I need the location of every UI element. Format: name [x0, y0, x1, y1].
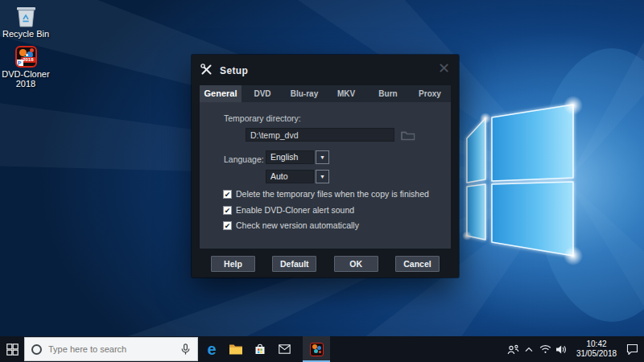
checkbox-delete-temp-files[interactable]: ✔ Delete the temporary files when the co… [223, 189, 429, 199]
people-icon[interactable] [505, 336, 521, 362]
checkbox-check-new-version[interactable]: ✔ Check new version automatically [223, 220, 359, 230]
tab-dvd[interactable]: DVD [242, 85, 283, 102]
microphone-icon[interactable] [181, 343, 190, 356]
chevron-down-icon[interactable]: ▼ [316, 170, 329, 183]
default-button[interactable]: Default [272, 256, 316, 272]
cortana-icon[interactable] [31, 344, 42, 355]
dvd-cloner-desktop-icon[interactable]: 2018 P DVD-Cloner 2018 [1, 46, 51, 88]
checkbox-alert-sound[interactable]: ✔ Enable DVD-Cloner alert sound [223, 205, 354, 215]
checkbox-label: Check new version automatically [236, 220, 359, 230]
language-label: Language: [224, 154, 264, 164]
language-selected-value[interactable]: English [266, 150, 314, 164]
volume-icon[interactable] [553, 336, 569, 362]
setup-tools-icon [200, 64, 213, 79]
browse-folder-icon[interactable] [400, 129, 416, 144]
edge-icon[interactable]: e [200, 336, 224, 362]
checkbox-checked-icon[interactable]: ✔ [223, 221, 232, 230]
start-button[interactable] [0, 336, 24, 362]
tab-burn[interactable]: Burn [367, 85, 409, 102]
shortcut-overlay-icon: P [16, 60, 23, 67]
settings-tab-bar: General DVD Blu-ray MKV Burn Proxy [200, 85, 451, 102]
chevron-down-icon[interactable]: ▼ [316, 150, 329, 164]
recycle-bin-glyph [1, 3, 51, 27]
secondary-language-dropdown[interactable]: Auto ▼ [266, 170, 329, 183]
dialog-title: Setup [220, 65, 248, 76]
checkbox-checked-icon[interactable]: ✔ [223, 206, 232, 215]
checkbox-label: Delete the temporary files when the copy… [236, 189, 429, 199]
wifi-icon[interactable] [537, 336, 553, 362]
secondary-language-selected-value[interactable]: Auto [266, 170, 314, 183]
tab-blu-ray[interactable]: Blu-ray [283, 85, 325, 102]
taskbar-search-box[interactable] [24, 337, 198, 361]
taskbar-pinned-apps: e [200, 336, 330, 362]
dialog-footer: Help Default OK Cancel [200, 256, 451, 272]
general-settings-panel: Temporary directory: Language: English ▼… [200, 102, 451, 249]
microsoft-store-icon[interactable] [248, 336, 272, 362]
taskbar-clock[interactable]: 10:42 31/05/2018 [573, 339, 620, 359]
temporary-directory-input[interactable] [246, 128, 394, 142]
dvd-cloner-label: DVD-Cloner 2018 [1, 69, 51, 88]
recycle-bin-icon[interactable]: Recycle Bin [1, 3, 51, 39]
dvd-cloner-taskbar-icon[interactable] [303, 336, 330, 362]
ok-button[interactable]: OK [334, 256, 378, 272]
help-button[interactable]: Help [211, 256, 255, 272]
temporary-directory-label: Temporary directory: [224, 113, 301, 123]
taskbar: e [0, 336, 644, 362]
setup-dialog: Setup ✕ General DVD Blu-ray MKV Burn Pro… [192, 55, 459, 278]
tab-proxy[interactable]: Proxy [409, 85, 451, 102]
search-input[interactable] [48, 344, 181, 354]
clock-date: 31/05/2018 [573, 349, 620, 359]
tab-mkv[interactable]: MKV [325, 85, 367, 102]
clock-time: 10:42 [573, 339, 620, 349]
checkbox-checked-icon[interactable]: ✔ [223, 190, 232, 199]
system-tray: 10:42 31/05/2018 [505, 336, 644, 362]
file-explorer-icon[interactable] [224, 336, 248, 362]
show-hidden-icons-chevron[interactable] [521, 336, 537, 362]
dvd-cloner-app-glyph: 2018 P [15, 46, 37, 68]
tab-general[interactable]: General [200, 85, 242, 102]
language-dropdown[interactable]: English ▼ [266, 150, 329, 164]
checkbox-label: Enable DVD-Cloner alert sound [236, 205, 354, 215]
action-center-icon[interactable] [624, 336, 640, 362]
recycle-bin-label: Recycle Bin [1, 29, 51, 39]
mail-icon[interactable] [272, 336, 296, 362]
dvd-cloner-app-glyph [310, 343, 324, 356]
close-icon[interactable]: ✕ [438, 60, 450, 76]
cancel-button[interactable]: Cancel [395, 256, 440, 272]
dvd-cloner-year-badge: 2018 [21, 57, 35, 63]
